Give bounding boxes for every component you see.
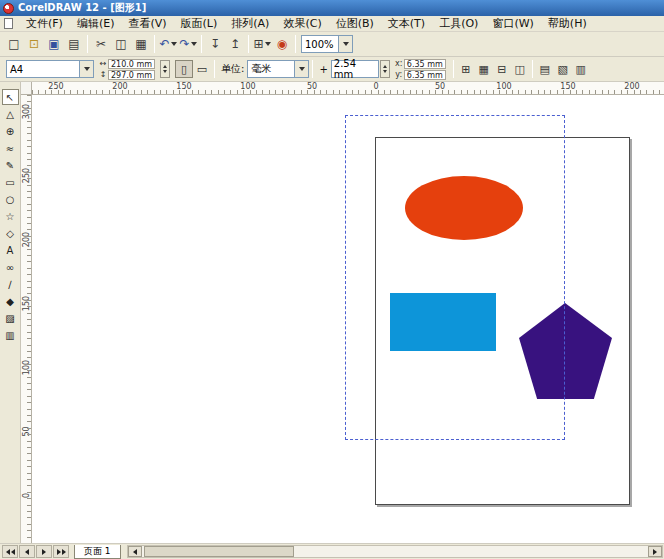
draw-options-button[interactable]: ▥ bbox=[572, 60, 590, 78]
outline-tool-button[interactable]: ◆ bbox=[2, 293, 19, 309]
paper-size-value: A4 bbox=[7, 64, 79, 75]
paper-size-combo[interactable]: A4 bbox=[6, 60, 94, 78]
paper-width-field[interactable]: 210.0 mm bbox=[108, 59, 155, 69]
treat-as-filled-button[interactable]: ▤ bbox=[536, 60, 554, 78]
menu-arrange[interactable]: 排列(A) bbox=[224, 16, 276, 32]
portrait-icon: ▯ bbox=[181, 63, 187, 76]
basic-shapes-tool-button[interactable]: ◇ bbox=[2, 225, 19, 241]
corel-online-button[interactable]: ◉ bbox=[272, 34, 292, 54]
cut-button[interactable]: ✂ bbox=[91, 34, 111, 54]
undo-button[interactable]: ↶ bbox=[158, 34, 178, 54]
menu-window[interactable]: 窗口(W) bbox=[485, 16, 540, 32]
redo-dropdown-icon[interactable] bbox=[191, 42, 197, 46]
landscape-button[interactable]: ▭ bbox=[193, 60, 211, 78]
last-page-button[interactable] bbox=[53, 545, 69, 558]
print-button[interactable]: ▤ bbox=[64, 34, 84, 54]
vertical-ruler[interactable]: 300 250 200 150 100 50 0 bbox=[21, 95, 32, 543]
first-page-button[interactable] bbox=[2, 545, 18, 558]
ruler-label: 100 bbox=[240, 82, 255, 91]
pick-tool-button[interactable]: ↖ bbox=[2, 89, 19, 105]
ellipse-tool-button[interactable]: ○ bbox=[2, 191, 19, 207]
paper-size-spinner[interactable] bbox=[160, 60, 170, 78]
nudge-spinner[interactable] bbox=[380, 60, 390, 78]
drawing-canvas[interactable] bbox=[32, 95, 664, 543]
ellipse-tool-icon: ○ bbox=[6, 194, 15, 205]
ruler-label: 50 bbox=[307, 82, 317, 91]
open-button[interactable]: ⊡ bbox=[24, 34, 44, 54]
fill-tool-icon: ▨ bbox=[5, 313, 14, 324]
launcher-dropdown-icon[interactable] bbox=[265, 42, 271, 46]
eyedropper-tool-button[interactable]: ∕ bbox=[2, 276, 19, 292]
dynamic-guides-icon: ◫ bbox=[515, 63, 525, 76]
save-button[interactable]: ▣ bbox=[44, 34, 64, 54]
menu-text[interactable]: 文本(T) bbox=[381, 16, 432, 32]
scroll-right-icon[interactable] bbox=[648, 546, 662, 557]
ruler-label: 100 bbox=[22, 358, 31, 378]
ellipse-shape[interactable] bbox=[405, 176, 523, 240]
rectangle-tool-button[interactable]: ▭ bbox=[2, 174, 19, 190]
redo-button[interactable]: ↷ bbox=[178, 34, 198, 54]
scroll-left-icon[interactable] bbox=[128, 546, 142, 557]
zoom-dropdown-icon[interactable] bbox=[338, 36, 352, 52]
nudge-offset-field[interactable]: 2.54 mm bbox=[331, 60, 379, 78]
scrollbar-thumb[interactable] bbox=[144, 546, 294, 557]
duplicate-y-label: y: bbox=[394, 70, 404, 79]
menu-bitmaps[interactable]: 位图(B) bbox=[329, 16, 381, 32]
shape-tool-button[interactable]: △ bbox=[2, 106, 19, 122]
open-icon: ⊡ bbox=[29, 38, 39, 50]
copy-button[interactable]: ◫ bbox=[111, 34, 131, 54]
freehand-tool-button[interactable]: ≈ bbox=[2, 140, 19, 156]
menu-edit[interactable]: 编辑(E) bbox=[70, 16, 122, 32]
duplicate-y-field[interactable]: 6.35 mm bbox=[404, 70, 446, 80]
new-icon: □ bbox=[8, 38, 19, 50]
import-button[interactable]: ↧ bbox=[205, 34, 225, 54]
snap-to-guidelines-button[interactable]: ▦ bbox=[475, 60, 493, 78]
zoom-level-value: 100% bbox=[302, 39, 338, 50]
undo-dropdown-icon[interactable] bbox=[171, 42, 177, 46]
paste-button[interactable]: ▦ bbox=[131, 34, 151, 54]
menu-layout[interactable]: 版面(L) bbox=[174, 16, 225, 32]
document-icon[interactable] bbox=[4, 18, 13, 29]
smart-drawing-tool-button[interactable]: ✎ bbox=[2, 157, 19, 173]
previous-page-button[interactable] bbox=[19, 545, 35, 558]
horizontal-scrollbar[interactable] bbox=[127, 545, 663, 558]
draw-options-icon: ▥ bbox=[576, 63, 586, 76]
ruler-label: 0 bbox=[373, 82, 378, 91]
text-tool-button[interactable]: A bbox=[2, 242, 19, 258]
snap-to-grid-button[interactable]: ⊞ bbox=[457, 60, 475, 78]
interactive-blend-tool-button[interactable]: ∞ bbox=[2, 259, 19, 275]
text-tool-icon: A bbox=[7, 245, 14, 256]
ruler-origin-corner[interactable] bbox=[21, 82, 32, 95]
ruler-label: 150 bbox=[22, 294, 31, 314]
units-combo[interactable]: 毫米 bbox=[247, 60, 309, 78]
units-dropdown-icon[interactable] bbox=[294, 61, 308, 77]
polygon-tool-button[interactable]: ☆ bbox=[2, 208, 19, 224]
show-page-border-button[interactable]: ▧ bbox=[554, 60, 572, 78]
next-page-button[interactable] bbox=[36, 545, 52, 558]
paper-size-dropdown-icon[interactable] bbox=[79, 61, 93, 77]
menu-effects[interactable]: 效果(C) bbox=[276, 16, 328, 32]
snap-to-objects-button[interactable]: ⊟ bbox=[493, 60, 511, 78]
rectangle-shape[interactable] bbox=[390, 293, 496, 351]
paste-icon: ▦ bbox=[135, 38, 146, 50]
menu-view[interactable]: 查看(V) bbox=[121, 16, 173, 32]
portrait-button[interactable]: ▯ bbox=[175, 60, 193, 78]
zoom-tool-button[interactable]: ⊕ bbox=[2, 123, 19, 139]
dynamic-guides-button[interactable]: ◫ bbox=[511, 60, 529, 78]
paper-height-field[interactable]: 297.0 mm bbox=[108, 70, 155, 80]
export-button[interactable]: ↥ bbox=[225, 34, 245, 54]
pick-tool-icon: ↖ bbox=[6, 92, 14, 103]
menu-tools[interactable]: 工具(O) bbox=[432, 16, 485, 32]
duplicate-x-field[interactable]: 6.35 mm bbox=[404, 59, 446, 69]
interactive-fill-tool-button[interactable]: ▥ bbox=[2, 327, 19, 343]
menu-file[interactable]: 文件(F) bbox=[19, 16, 70, 32]
snap-to-grid-icon: ⊞ bbox=[461, 63, 470, 76]
property-bar: A4 ↔ 210.0 mm ↕ 297.0 mm ▯ ▭ 单位: 毫米 + 2.… bbox=[0, 57, 664, 82]
zoom-level-combo[interactable]: 100% bbox=[301, 35, 353, 53]
new-button[interactable]: □ bbox=[4, 34, 24, 54]
page-tab[interactable]: 页面 1 bbox=[74, 545, 121, 559]
application-launcher-button[interactable]: ⊞ bbox=[252, 34, 272, 54]
menu-help[interactable]: 帮助(H) bbox=[541, 16, 594, 32]
fill-tool-button[interactable]: ▨ bbox=[2, 310, 19, 326]
horizontal-ruler[interactable]: 250 200 150 100 50 0 50 100 150 200 bbox=[32, 82, 664, 95]
